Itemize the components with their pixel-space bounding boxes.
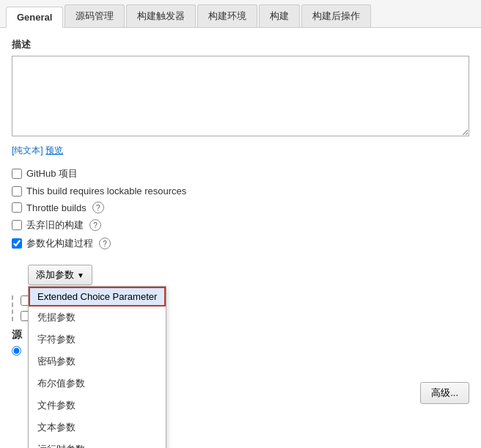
dropdown-item-password[interactable]: 密码参数 <box>29 350 166 372</box>
checkbox-lockable-input[interactable] <box>12 186 22 197</box>
checkbox-throttle: Throttle builds ? <box>12 202 469 213</box>
checkbox-discard: 丢弃旧的构建 ? <box>12 219 469 232</box>
tab-env[interactable]: 构建环境 <box>197 4 257 27</box>
advanced-btn-wrapper: 高级... <box>420 382 469 404</box>
checkbox-discard-input[interactable] <box>12 220 22 230</box>
dropdown-item-credential[interactable]: 凭据参数 <box>29 306 166 328</box>
checkbox-github: GitHub 项目 <box>12 167 469 180</box>
source-radio-input[interactable] <box>12 346 21 356</box>
add-param-wrapper: 添加参数 ▼ Extended Choice Parameter 凭据参数 字符… <box>28 257 92 285</box>
checkbox-parameterize-label: 参数化构建过程 <box>26 237 93 250</box>
checkbox-parameterize: 参数化构建过程 ? <box>12 237 469 250</box>
add-param-button[interactable]: 添加参数 ▼ <box>28 265 92 285</box>
plain-text-link[interactable]: [纯文本] <box>12 144 43 157</box>
tab-build[interactable]: 构建 <box>259 4 300 27</box>
tab-post-build[interactable]: 构建后操作 <box>301 4 371 27</box>
help-icon-parameterize[interactable]: ? <box>99 238 111 249</box>
description-textarea[interactable] <box>12 56 469 136</box>
checkbox-throttle-input[interactable] <box>12 202 22 213</box>
dropdown-arrow-icon: ▼ <box>77 271 84 279</box>
checkbox-list: GitHub 项目 This build requires lockable r… <box>12 167 469 250</box>
description-label: 描述 <box>12 38 469 51</box>
checkbox-lockable-label: This build requires lockable resources <box>26 186 186 197</box>
content-area: 描述 [纯文本] 预览 GitHub 项目 This build require… <box>0 28 481 448</box>
dropdown-item-boolean[interactable]: 布尔值参数 <box>29 372 166 394</box>
help-icon-throttle[interactable]: ? <box>92 202 104 213</box>
preview-link[interactable]: 预览 <box>45 144 63 157</box>
checkbox-github-label: GitHub 项目 <box>26 167 78 180</box>
tab-source[interactable]: 源码管理 <box>65 4 125 27</box>
checkbox-discard-label: 丢弃旧的构建 <box>26 219 84 232</box>
dropdown-item-text[interactable]: 文本参数 <box>29 416 166 438</box>
advanced-button[interactable]: 高级... <box>420 382 469 404</box>
checkbox-throttle-label: Throttle builds <box>26 202 87 213</box>
dropdown-item-string[interactable]: 字符参数 <box>29 328 166 350</box>
dropdown-menu: Extended Choice Parameter 凭据参数 字符参数 密码参数… <box>28 286 166 448</box>
page: General 源码管理 构建触发器 构建环境 构建 构建后操作 描述 [纯文本… <box>0 0 481 448</box>
checkbox-github-input[interactable] <box>12 169 22 179</box>
dropdown-item-runtime[interactable]: 运行时参数 <box>29 438 166 448</box>
dropdown-item-extended-choice[interactable]: Extended Choice Parameter <box>29 287 166 306</box>
tab-triggers[interactable]: 构建触发器 <box>126 4 196 27</box>
tab-general[interactable]: General <box>6 7 63 28</box>
dropdown-item-file[interactable]: 文件参数 <box>29 394 166 416</box>
checkbox-lockable: This build requires lockable resources <box>12 186 469 197</box>
tab-bar: General 源码管理 构建触发器 构建环境 构建 构建后操作 <box>0 0 481 28</box>
checkbox-parameterize-input[interactable] <box>12 238 22 249</box>
add-param-label: 添加参数 <box>36 268 74 282</box>
help-icon-discard[interactable]: ? <box>89 219 101 231</box>
